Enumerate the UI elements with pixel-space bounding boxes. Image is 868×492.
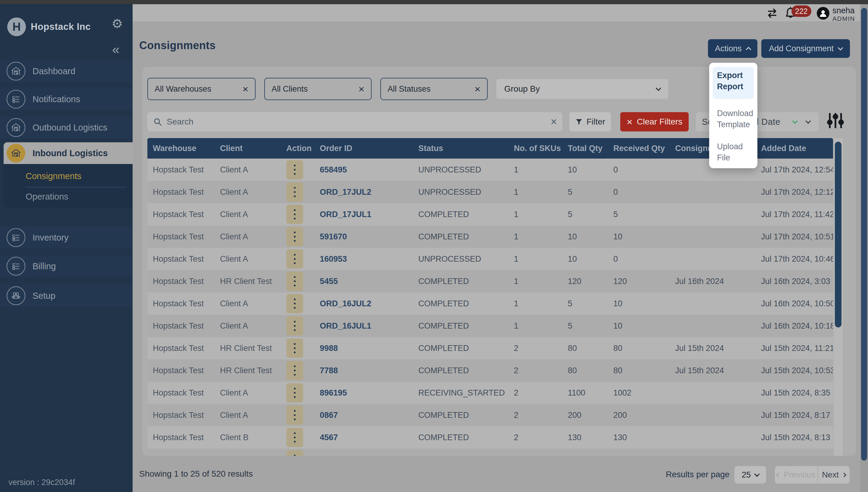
close-icon: × (627, 117, 633, 127)
table-body: Hopstack Test Client A 658495 UNPROCESSE… (147, 158, 833, 456)
close-icon[interactable]: × (475, 84, 480, 94)
clear-filters-button[interactable]: × Clear Filters (620, 112, 689, 131)
row-actions-button[interactable] (286, 294, 303, 313)
table-row: Hopstack Test Client A ORD_16JUL2 COMPLE… (147, 292, 833, 315)
row-actions-button[interactable] (286, 383, 303, 402)
sidebar-subitem-operations[interactable]: Operations (26, 192, 69, 202)
switch-workspace-icon[interactable] (766, 7, 779, 20)
filter-button[interactable]: Filter (569, 112, 611, 131)
add-consignment-button[interactable]: Add Consignment (761, 39, 850, 58)
order-id-link[interactable]: ORD_17JUL2 (314, 181, 413, 203)
col-total-qty: Total Qty (562, 138, 608, 158)
menu-item-upload-file[interactable]: Upload File (713, 138, 754, 166)
row-actions-button[interactable] (286, 361, 303, 380)
actions-button[interactable]: Actions (708, 39, 758, 58)
col-received-qty: Received Qty (608, 138, 670, 158)
sidebar-item-setup[interactable]: Setup (0, 285, 133, 306)
chevron-down-icon[interactable] (805, 118, 811, 124)
order-id-link[interactable]: 7788 (314, 359, 413, 382)
close-icon[interactable]: × (242, 84, 248, 94)
app-root: H Hopstack Inc ⚙ « Dashboard (0, 0, 868, 492)
sidebar-item-notifications[interactable]: Notifications (0, 88, 133, 110)
brand-initial: H (12, 21, 21, 33)
checklist-icon (7, 228, 25, 247)
order-id-link[interactable]: 5455 (314, 270, 413, 292)
sidebar-item-label: Setup (32, 291, 55, 301)
row-actions-button[interactable] (286, 405, 303, 425)
row-actions-button[interactable] (286, 428, 303, 447)
submenu-divider (26, 187, 126, 188)
brand-name: Hopstack Inc (31, 21, 91, 32)
row-actions-button[interactable] (286, 249, 303, 269)
table-row: Hopstack Test Client A 0867 COMPLETED 2 … (147, 404, 833, 426)
checklist-icon (7, 257, 25, 275)
chevron-down-icon (656, 85, 661, 91)
table-row: Hopstack Test HR Client Test 7788 COMPLE… (147, 359, 833, 382)
order-id-link[interactable]: 0867 (314, 404, 413, 426)
table-row: Hopstack Test Client A ORD_17JUL1 COMPLE… (147, 203, 833, 225)
user-avatar-icon[interactable] (817, 7, 829, 20)
sidebar-subitem-consignments[interactable]: Consignments (26, 171, 81, 181)
warehouses-filter-chip[interactable]: All Warehouses × (147, 78, 256, 100)
clients-filter-chip[interactable]: All Clients × (264, 78, 372, 100)
sidebar: H Hopstack Inc ⚙ « Dashboard (0, 4, 133, 492)
chevron-left-icon (776, 472, 781, 477)
order-id-link[interactable]: 9988 (314, 337, 413, 359)
col-order-id: Order ID (314, 138, 413, 158)
row-actions-button[interactable] (286, 450, 303, 456)
window-scrollbar-thumb[interactable] (861, 8, 867, 461)
row-actions-button[interactable] (286, 182, 303, 202)
chevron-up-icon (746, 47, 751, 52)
row-actions-button[interactable] (286, 316, 303, 336)
row-actions-button[interactable] (286, 272, 303, 291)
row-actions-button[interactable] (286, 339, 303, 358)
chevron-down-icon (754, 471, 760, 476)
table-row: Hopstack Test Client A ORD_16JUL1 COMPLE… (147, 315, 833, 337)
sidebar-item-label: Outbound Logistics (32, 123, 107, 133)
sidebar-item-billing[interactable]: Billing (0, 255, 133, 277)
sidebar-item-dashboard[interactable]: Dashboard (0, 60, 133, 82)
menu-item-download-template[interactable]: Download Template (713, 105, 754, 133)
order-id-link[interactable]: ORD_16JUL2 (314, 292, 413, 315)
search-icon (153, 117, 162, 127)
close-icon[interactable]: × (358, 84, 364, 94)
order-id-link[interactable]: ORD_16JUL1 (314, 315, 413, 337)
sidebar-item-inbound-logistics[interactable]: Inbound Logistics (4, 142, 133, 164)
user-name: sneha (833, 6, 855, 16)
order-id-link[interactable]: 658495 (314, 158, 413, 181)
order-id-link[interactable]: 896195 (314, 382, 413, 404)
sidebar-item-outbound-logistics[interactable]: Outbound Logistics (0, 117, 133, 139)
sidebar-item-label: Inventory (32, 233, 69, 243)
search-input[interactable] (167, 117, 551, 127)
sidebar-item-label: Billing (32, 262, 56, 271)
row-actions-button[interactable] (286, 205, 303, 224)
previous-page-button[interactable]: Previous (775, 466, 818, 484)
results-summary: Showing 1 to 25 of 520 results (139, 469, 253, 479)
col-warehouse: Warehouse (147, 138, 214, 158)
sidebar-item-inventory[interactable]: Inventory (0, 227, 133, 248)
sidebar-collapse-icon[interactable]: « (112, 43, 119, 56)
column-settings-icon[interactable] (826, 112, 844, 131)
page-size-select[interactable]: 25 (735, 466, 766, 484)
statuses-filter-chip[interactable]: All Statuses × (380, 78, 488, 100)
notification-count-badge: 222 (791, 5, 811, 17)
clear-search-icon[interactable]: × (551, 116, 557, 127)
gear-icon[interactable]: ⚙ (111, 18, 123, 30)
next-page-button[interactable]: Next (818, 466, 850, 484)
row-actions-button[interactable] (286, 160, 303, 179)
warehouse-icon (7, 118, 25, 137)
order-id-link[interactable]: 4567 (314, 426, 413, 449)
order-id-link[interactable]: 591670 (314, 225, 413, 248)
sidebar-item-label: Dashboard (32, 66, 75, 76)
row-actions-button[interactable] (286, 227, 303, 246)
group-by-select[interactable]: Group By (496, 79, 668, 99)
checklist-icon (7, 90, 25, 108)
warehouse-icon (7, 62, 25, 80)
sort-direction-icon[interactable] (792, 118, 797, 124)
window-top-strip (0, 0, 868, 4)
order-id-link[interactable]: ORD_17JUL1 (314, 203, 413, 225)
menu-item-export-report[interactable]: Export Report (713, 67, 754, 99)
table-scrollbar-thumb[interactable] (835, 142, 841, 327)
order-id-link[interactable]: 160953 (314, 248, 413, 270)
order-id-link[interactable]: ORD_17JUL3 (314, 449, 413, 456)
